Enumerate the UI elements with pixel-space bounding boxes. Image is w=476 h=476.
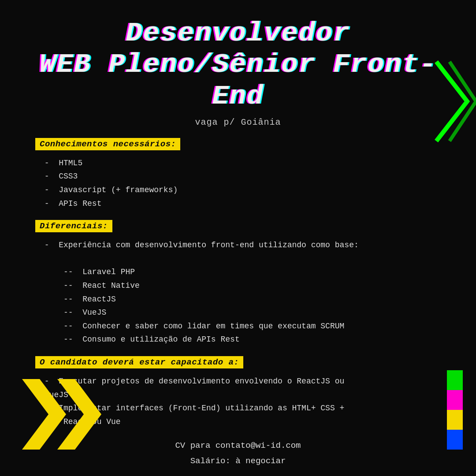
section-candidato-header: O candidato deverá estar capacitado a:: [35, 356, 243, 368]
section-conhecimentos-header: Conhecimentos necessários:: [35, 138, 180, 150]
svg-marker-3: [22, 379, 66, 450]
neon-chevron-right-icon: [428, 57, 476, 145]
color-bar-green: [447, 370, 463, 390]
section-diferenciais-header: Diferenciais:: [35, 220, 112, 232]
main-container: Desenvolvedor WEB Pleno/Sênior Front-End…: [0, 0, 476, 476]
section-diferenciais-content: - Experiência com desenvolvimento front-…: [35, 238, 441, 346]
color-bar-pink: [447, 390, 463, 410]
title-line2: WEB Pleno/Sênior Front-End: [35, 49, 441, 112]
title-line1: Desenvolvedor: [35, 18, 441, 49]
yellow-chevrons-left-icon: [13, 379, 119, 450]
color-bars: [447, 370, 463, 450]
section-conhecimentos-content: - HTML5 - CSS3 - Javascript (+ framework…: [35, 156, 441, 210]
subtitle: vaga p/ Goiânia: [35, 117, 441, 127]
section-diferenciais: Diferenciais: - Experiência com desenvol…: [35, 220, 441, 346]
title-block: Desenvolvedor WEB Pleno/Sênior Front-End: [35, 18, 441, 112]
color-bar-blue: [447, 430, 463, 450]
contact-line2: Salário: à negociar: [35, 454, 441, 469]
color-bar-yellow: [447, 410, 463, 430]
section-conhecimentos: Conhecimentos necessários: - HTML5 - CSS…: [35, 138, 441, 210]
